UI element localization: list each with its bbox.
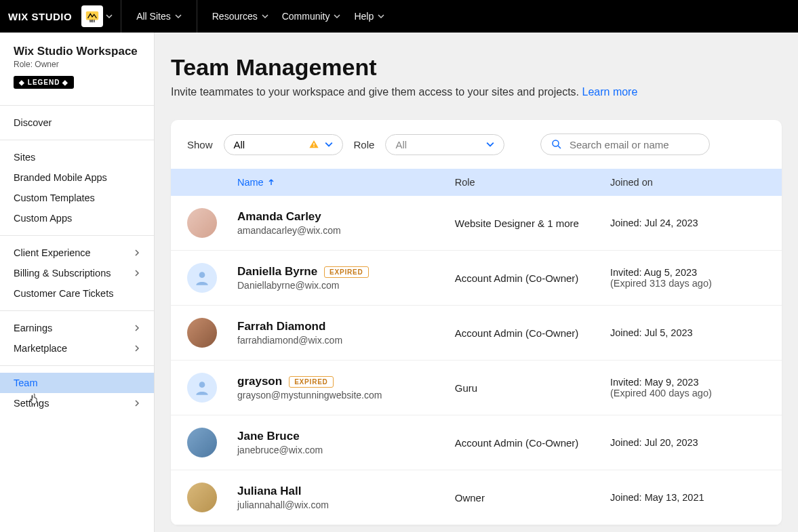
team-card: Show All Role All bbox=[171, 120, 782, 525]
avatar bbox=[187, 428, 217, 457]
member-name: grayson bbox=[237, 375, 282, 388]
member-joined: Joined: Jul 24, 2023 bbox=[610, 218, 765, 228]
svg-rect-3 bbox=[313, 146, 314, 146]
member-email: Daniellabyrne@wix.com bbox=[237, 280, 455, 291]
role-dropdown-value: All bbox=[395, 139, 407, 150]
workspace-role: Role: Owner bbox=[14, 60, 140, 69]
member-joined: Joined: Jul 5, 2023 bbox=[610, 327, 765, 338]
expired-badge: EXPIRED bbox=[324, 266, 369, 278]
sidebar-item-label: Settings bbox=[14, 398, 49, 409]
header-name-label: Name bbox=[237, 177, 264, 188]
sidebar-item-client-experience[interactable]: Client Experience bbox=[0, 243, 154, 263]
sidebar-item-branded-mobile-apps[interactable]: Branded Mobile Apps bbox=[0, 167, 154, 188]
member-email: grayson@mystunningwebsite.com bbox=[237, 390, 455, 401]
main-content: Team Management Invite teammates to your… bbox=[155, 33, 798, 532]
sort-ascending-icon bbox=[268, 179, 275, 186]
svg-rect-2 bbox=[313, 143, 314, 145]
sidebar-item-label: Custom Apps bbox=[14, 213, 72, 224]
chevron-right-icon bbox=[134, 270, 140, 277]
chevron-down-icon[interactable] bbox=[106, 13, 113, 20]
member-role: Account Admin (Co-Owner) bbox=[455, 272, 610, 284]
sidebar-item-sites[interactable]: Sites bbox=[0, 147, 154, 167]
member-joined: Joined: May 13, 2021 bbox=[610, 492, 765, 503]
sidebar-item-label: Team bbox=[14, 377, 37, 388]
avatar bbox=[187, 373, 217, 403]
sidebar-item-label: Discover bbox=[14, 117, 52, 128]
wix-studio-logo: WIX STUDIO bbox=[8, 11, 72, 22]
show-label: Show bbox=[187, 139, 213, 150]
member-email: farrahdiamond@wix.com bbox=[237, 335, 455, 346]
sidebar-item-discover[interactable]: Discover bbox=[0, 112, 154, 133]
member-joined: Invited: May 9, 2023(Expired 400 days ag… bbox=[610, 377, 765, 398]
table-row[interactable]: Daniella ByrneEXPIREDDaniellabyrne@wix.c… bbox=[171, 251, 782, 306]
svg-point-6 bbox=[199, 272, 205, 278]
member-name: Farrah Diamond bbox=[237, 320, 325, 333]
nav-community[interactable]: Community bbox=[275, 11, 348, 22]
table-row[interactable]: Jane Brucejanebruce@wix.comAccount Admin… bbox=[171, 415, 782, 470]
sidebar-item-label: Earnings bbox=[14, 323, 52, 333]
avatar bbox=[187, 483, 217, 512]
legend-badge: ◆ LEGEND ◆ bbox=[14, 76, 74, 89]
sidebar-item-custom-templates[interactable]: Custom Templates bbox=[0, 188, 154, 208]
header-name[interactable]: Name bbox=[237, 177, 455, 188]
sidebar-item-label: Customer Care Tickets bbox=[14, 288, 113, 299]
chevron-down-icon bbox=[325, 140, 333, 148]
sidebar-item-customer-care-tickets[interactable]: Customer Care Tickets bbox=[0, 283, 154, 304]
chevron-right-icon bbox=[134, 345, 140, 352]
chevron-right-icon bbox=[134, 325, 140, 331]
nav-community-label: Community bbox=[282, 11, 330, 22]
avatar bbox=[187, 263, 217, 293]
svg-point-7 bbox=[199, 382, 205, 388]
table-row[interactable]: graysonEXPIREDgrayson@mystunningwebsite.… bbox=[171, 361, 782, 415]
sidebar-item-earnings[interactable]: Earnings bbox=[0, 318, 154, 338]
table-row[interactable]: Farrah Diamondfarrahdiamond@wix.comAccou… bbox=[171, 306, 782, 361]
sidebar-item-billing-subscriptions[interactable]: Billing & Subscriptions bbox=[0, 263, 154, 283]
chevron-down-icon bbox=[486, 140, 494, 148]
expired-badge: EXPIRED bbox=[289, 376, 334, 388]
sidebar-item-team[interactable]: Team bbox=[0, 373, 154, 393]
warning-icon bbox=[308, 139, 319, 150]
sidebar-item-label: Branded Mobile Apps bbox=[14, 172, 107, 183]
chevron-down-icon bbox=[378, 13, 384, 20]
sidebar-item-marketplace[interactable]: Marketplace bbox=[0, 338, 154, 359]
member-role: Website Designer & 1 more bbox=[455, 218, 610, 229]
member-email: janebruce@wix.com bbox=[237, 445, 455, 455]
table-row[interactable]: Amanda Carleyamandacarley@wix.comWebsite… bbox=[171, 196, 782, 251]
member-role: Owner bbox=[455, 492, 610, 504]
nav-all-sites[interactable]: All Sites bbox=[129, 11, 188, 22]
table-row[interactable]: Juliana Halljuliannahall@wix.comOwnerJoi… bbox=[171, 470, 782, 525]
page-subtitle: Invite teammates to your workspace and g… bbox=[171, 86, 782, 98]
page-subtitle-text: Invite teammates to your workspace and g… bbox=[171, 86, 582, 98]
sidebar-item-settings[interactable]: Settings bbox=[0, 393, 154, 413]
learn-more-link[interactable]: Learn more bbox=[582, 86, 638, 98]
avatar bbox=[187, 318, 217, 348]
chevron-right-icon bbox=[134, 249, 140, 256]
show-dropdown[interactable]: All bbox=[224, 134, 343, 155]
nav-help-label: Help bbox=[354, 11, 374, 22]
svg-point-4 bbox=[553, 140, 559, 146]
sidebar: Wix Studio Workspace Role: Owner ◆ LEGEN… bbox=[0, 33, 155, 532]
member-email: juliannahall@wix.com bbox=[237, 499, 455, 510]
sidebar-item-label: Custom Templates bbox=[14, 192, 95, 203]
search-box[interactable] bbox=[540, 134, 710, 155]
sidebar-item-label: Billing & Subscriptions bbox=[14, 268, 111, 279]
role-dropdown[interactable]: All bbox=[385, 134, 504, 155]
member-name: Daniella Byrne bbox=[237, 265, 317, 279]
member-name: Jane Bruce bbox=[237, 430, 300, 443]
search-input[interactable] bbox=[570, 139, 700, 150]
nav-help[interactable]: Help bbox=[347, 11, 391, 22]
sidebar-item-label: Marketplace bbox=[14, 343, 67, 354]
nav-resources[interactable]: Resources bbox=[205, 11, 275, 22]
role-label: Role bbox=[354, 139, 375, 150]
workspace-title: Wix Studio Workspace bbox=[14, 45, 140, 58]
sidebar-item-label: Sites bbox=[14, 152, 35, 163]
app-switcher-icon[interactable]: WIX bbox=[81, 5, 103, 27]
top-nav: WIX STUDIO WIX All Sites Resources Commu… bbox=[0, 0, 798, 33]
svg-line-5 bbox=[558, 146, 561, 148]
header-joined[interactable]: Joined on bbox=[610, 177, 765, 188]
sidebar-item-custom-apps[interactable]: Custom Apps bbox=[0, 208, 154, 228]
member-joined: Joined: Jul 20, 2023 bbox=[610, 437, 765, 448]
header-role[interactable]: Role bbox=[455, 177, 610, 188]
show-dropdown-value: All bbox=[234, 139, 245, 150]
svg-rect-0 bbox=[86, 12, 98, 20]
